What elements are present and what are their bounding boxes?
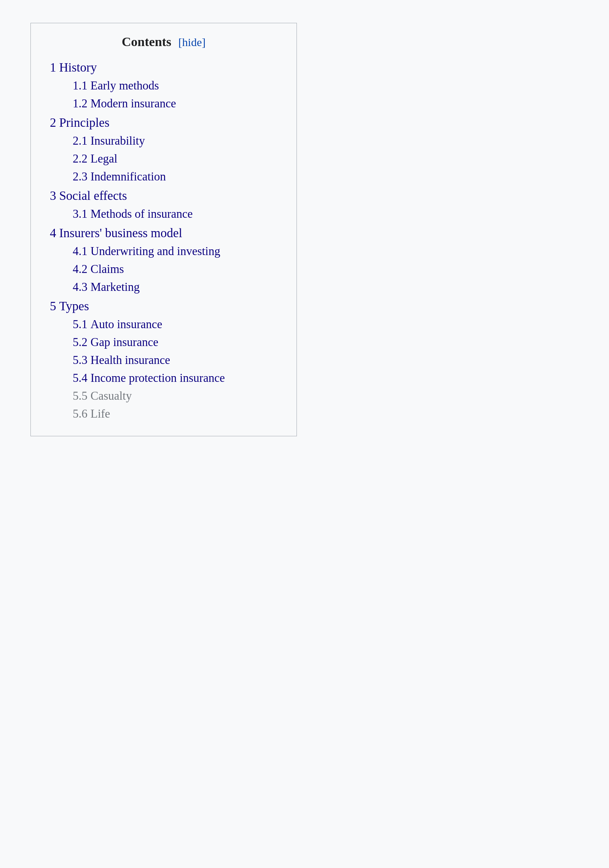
toc-link[interactable]: 5.5Casualty <box>73 389 132 402</box>
toc-number: 1 <box>50 61 56 74</box>
toc-link[interactable]: 4Insurers' business model <box>50 226 182 240</box>
toc-item-level2: 4.2Claims <box>50 262 277 276</box>
toc-item-level1: 2Principles <box>50 116 277 130</box>
toc-number: 4 <box>50 226 56 240</box>
toc-title: Contents <box>122 35 171 49</box>
toc-number: 5.2 <box>73 335 88 349</box>
toc-hide-button[interactable]: [hide] <box>179 36 206 48</box>
toc-label: Claims <box>91 262 124 276</box>
toc-number: 2.3 <box>73 170 88 183</box>
toc-number: 3 <box>50 189 56 203</box>
toc-item-level2: 5.6Life <box>50 407 277 421</box>
toc-number: 2 <box>50 116 56 129</box>
toc-label: Social effects <box>59 189 127 203</box>
toc-number: 2.2 <box>73 152 88 165</box>
toc-link[interactable]: 3.1Methods of insurance <box>73 207 193 220</box>
toc-label: Marketing <box>91 280 140 294</box>
toc-link[interactable]: 5.4Income protection insurance <box>73 371 225 385</box>
toc-item-level1: 3Social effects <box>50 189 277 203</box>
toc-label: Modern insurance <box>91 97 176 110</box>
toc-label: Gap insurance <box>91 335 158 349</box>
toc-link[interactable]: 4.1Underwriting and investing <box>73 244 220 258</box>
toc-link[interactable]: 5.6Life <box>73 407 110 420</box>
toc-number: 4.2 <box>73 262 88 276</box>
toc-item-level2: 2.3Indemnification <box>50 169 277 183</box>
toc-label: Principles <box>59 116 110 129</box>
toc-number: 4.3 <box>73 280 88 294</box>
toc-item-level2: 5.1Auto insurance <box>50 317 277 331</box>
toc-label: Methods of insurance <box>91 207 193 220</box>
toc-link[interactable]: 5.2Gap insurance <box>73 335 158 349</box>
toc-item-level1: 1History <box>50 61 277 75</box>
toc-link[interactable]: 4.3Marketing <box>73 280 140 294</box>
toc-number: 5.4 <box>73 371 88 385</box>
toc-label: Health insurance <box>91 353 170 367</box>
toc-link[interactable]: 1.2Modern insurance <box>73 97 176 110</box>
toc-item-level2: 5.2Gap insurance <box>50 335 277 349</box>
toc-number: 1.1 <box>73 79 88 92</box>
toc-link[interactable]: 5.3Health insurance <box>73 353 170 367</box>
toc-list: 1History1.1Early methods1.2Modern insura… <box>50 61 277 421</box>
toc-label: Casualty <box>91 389 132 402</box>
toc-link[interactable]: 2.3Indemnification <box>73 170 166 183</box>
toc-item-level1: 4Insurers' business model <box>50 226 277 240</box>
toc-label: History <box>59 61 97 74</box>
toc-item-level2: 1.2Modern insurance <box>50 96 277 110</box>
toc-number: 5.6 <box>73 407 88 420</box>
toc-item-level2: 5.4Income protection insurance <box>50 371 277 385</box>
toc-number: 3.1 <box>73 207 88 220</box>
toc-item-level2: 4.3Marketing <box>50 280 277 294</box>
toc-item-level1: 5Types <box>50 299 277 313</box>
toc-label: Insurability <box>91 134 145 147</box>
toc-item-level2: 4.1Underwriting and investing <box>50 244 277 258</box>
toc-link[interactable]: 1History <box>50 61 97 74</box>
toc-item-level2: 5.3Health insurance <box>50 353 277 367</box>
table-of-contents: Contents [hide] 1History1.1Early methods… <box>30 23 297 436</box>
toc-label: Early methods <box>91 79 159 92</box>
toc-item-level2: 3.1Methods of insurance <box>50 207 277 221</box>
toc-number: 5.1 <box>73 318 88 331</box>
toc-header: Contents [hide] <box>50 35 277 49</box>
toc-item-level2: 5.5Casualty <box>50 389 277 403</box>
toc-number: 5.5 <box>73 389 88 402</box>
toc-label: Types <box>59 299 89 313</box>
toc-link[interactable]: 3Social effects <box>50 189 127 203</box>
toc-label: Auto insurance <box>91 318 163 331</box>
toc-link[interactable]: 2.2Legal <box>73 152 117 165</box>
toc-label: Insurers' business model <box>59 226 182 240</box>
toc-number: 1.2 <box>73 97 88 110</box>
toc-number: 4.1 <box>73 244 88 258</box>
toc-number: 5 <box>50 299 56 313</box>
toc-link[interactable]: 5Types <box>50 299 89 313</box>
toc-number: 2.1 <box>73 134 88 147</box>
toc-item-level2: 2.2Legal <box>50 152 277 166</box>
toc-label: Underwriting and investing <box>91 244 220 258</box>
toc-label: Life <box>91 407 110 420</box>
toc-label: Legal <box>91 152 118 165</box>
toc-item-level2: 2.1Insurability <box>50 134 277 148</box>
toc-label: Indemnification <box>91 170 166 183</box>
toc-link[interactable]: 4.2Claims <box>73 262 124 276</box>
toc-label: Income protection insurance <box>91 371 225 385</box>
toc-link[interactable]: 1.1Early methods <box>73 79 159 92</box>
toc-number: 5.3 <box>73 353 88 367</box>
toc-link[interactable]: 2.1Insurability <box>73 134 145 147</box>
toc-item-level2: 1.1Early methods <box>50 78 277 93</box>
toc-link[interactable]: 5.1Auto insurance <box>73 318 162 331</box>
toc-link[interactable]: 2Principles <box>50 116 109 129</box>
